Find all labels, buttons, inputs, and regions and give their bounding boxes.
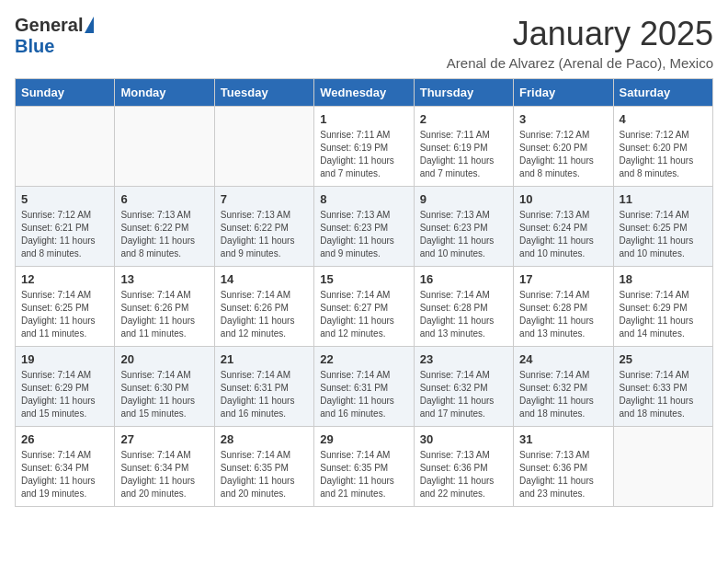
table-row: 13Sunrise: 7:14 AM Sunset: 6:26 PM Dayli… bbox=[115, 267, 214, 347]
table-row: 29Sunrise: 7:14 AM Sunset: 6:35 PM Dayli… bbox=[314, 427, 414, 507]
table-row bbox=[16, 107, 115, 187]
calendar-week-row: 5Sunrise: 7:12 AM Sunset: 6:21 PM Daylig… bbox=[16, 187, 713, 267]
table-row: 27Sunrise: 7:14 AM Sunset: 6:34 PM Dayli… bbox=[115, 427, 214, 507]
logo-blue-text: Blue bbox=[15, 36, 54, 57]
table-row: 5Sunrise: 7:12 AM Sunset: 6:21 PM Daylig… bbox=[16, 187, 115, 267]
page-header: General Blue January 2025 Arenal de Alva… bbox=[15, 15, 713, 71]
table-row: 28Sunrise: 7:14 AM Sunset: 6:35 PM Dayli… bbox=[214, 427, 313, 507]
day-number: 11 bbox=[620, 192, 707, 206]
table-row: 20Sunrise: 7:14 AM Sunset: 6:30 PM Dayli… bbox=[115, 347, 214, 427]
day-number: 12 bbox=[21, 272, 108, 286]
day-number: 30 bbox=[420, 432, 507, 446]
day-detail: Sunrise: 7:14 AM Sunset: 6:29 PM Dayligh… bbox=[620, 289, 707, 340]
table-row: 1Sunrise: 7:11 AM Sunset: 6:19 PM Daylig… bbox=[314, 107, 414, 187]
table-row: 23Sunrise: 7:14 AM Sunset: 6:32 PM Dayli… bbox=[414, 347, 513, 427]
day-number: 6 bbox=[120, 192, 208, 206]
location-title: Arenal de Alvarez (Arenal de Paco), Mexi… bbox=[447, 55, 713, 71]
day-number: 1 bbox=[320, 112, 407, 126]
table-row bbox=[613, 427, 712, 507]
day-detail: Sunrise: 7:14 AM Sunset: 6:25 PM Dayligh… bbox=[21, 289, 108, 340]
col-friday: Friday bbox=[514, 79, 613, 107]
table-row: 6Sunrise: 7:13 AM Sunset: 6:22 PM Daylig… bbox=[115, 187, 214, 267]
day-detail: Sunrise: 7:13 AM Sunset: 6:23 PM Dayligh… bbox=[420, 209, 507, 260]
col-monday: Monday bbox=[115, 79, 214, 107]
day-detail: Sunrise: 7:11 AM Sunset: 6:19 PM Dayligh… bbox=[320, 129, 407, 180]
table-row: 30Sunrise: 7:13 AM Sunset: 6:36 PM Dayli… bbox=[414, 427, 513, 507]
day-detail: Sunrise: 7:14 AM Sunset: 6:28 PM Dayligh… bbox=[519, 289, 607, 340]
day-number: 22 bbox=[320, 352, 407, 366]
day-detail: Sunrise: 7:14 AM Sunset: 6:29 PM Dayligh… bbox=[21, 369, 108, 420]
day-number: 5 bbox=[21, 192, 108, 206]
table-row: 4Sunrise: 7:12 AM Sunset: 6:20 PM Daylig… bbox=[613, 107, 712, 187]
day-detail: Sunrise: 7:13 AM Sunset: 6:22 PM Dayligh… bbox=[221, 209, 308, 260]
day-number: 29 bbox=[320, 432, 407, 446]
col-saturday: Saturday bbox=[613, 79, 712, 107]
calendar-header-row: Sunday Monday Tuesday Wednesday Thursday… bbox=[16, 79, 713, 107]
day-number: 26 bbox=[21, 432, 108, 446]
table-row: 24Sunrise: 7:14 AM Sunset: 6:32 PM Dayli… bbox=[514, 347, 613, 427]
table-row: 21Sunrise: 7:14 AM Sunset: 6:31 PM Dayli… bbox=[214, 347, 313, 427]
day-number: 3 bbox=[519, 112, 607, 126]
day-number: 19 bbox=[21, 352, 108, 366]
day-detail: Sunrise: 7:14 AM Sunset: 6:33 PM Dayligh… bbox=[620, 369, 707, 420]
day-detail: Sunrise: 7:14 AM Sunset: 6:31 PM Dayligh… bbox=[320, 369, 407, 420]
table-row: 17Sunrise: 7:14 AM Sunset: 6:28 PM Dayli… bbox=[514, 267, 613, 347]
day-detail: Sunrise: 7:14 AM Sunset: 6:34 PM Dayligh… bbox=[21, 449, 108, 500]
day-number: 16 bbox=[420, 272, 507, 286]
day-number: 2 bbox=[420, 112, 507, 126]
day-number: 7 bbox=[221, 192, 308, 206]
table-row: 10Sunrise: 7:13 AM Sunset: 6:24 PM Dayli… bbox=[514, 187, 613, 267]
day-detail: Sunrise: 7:14 AM Sunset: 6:32 PM Dayligh… bbox=[519, 369, 607, 420]
day-number: 13 bbox=[120, 272, 208, 286]
calendar-table: Sunday Monday Tuesday Wednesday Thursday… bbox=[15, 78, 713, 507]
day-detail: Sunrise: 7:14 AM Sunset: 6:28 PM Dayligh… bbox=[420, 289, 507, 340]
logo-triangle-icon bbox=[85, 17, 94, 33]
day-detail: Sunrise: 7:13 AM Sunset: 6:24 PM Dayligh… bbox=[519, 209, 607, 260]
day-detail: Sunrise: 7:12 AM Sunset: 6:20 PM Dayligh… bbox=[519, 129, 607, 180]
day-number: 25 bbox=[620, 352, 707, 366]
day-number: 4 bbox=[620, 112, 707, 126]
table-row: 12Sunrise: 7:14 AM Sunset: 6:25 PM Dayli… bbox=[16, 267, 115, 347]
day-number: 9 bbox=[420, 192, 507, 206]
day-number: 17 bbox=[519, 272, 607, 286]
day-number: 15 bbox=[320, 272, 407, 286]
col-tuesday: Tuesday bbox=[214, 79, 313, 107]
table-row bbox=[115, 107, 214, 187]
day-number: 27 bbox=[120, 432, 208, 446]
day-number: 31 bbox=[519, 432, 607, 446]
day-detail: Sunrise: 7:14 AM Sunset: 6:32 PM Dayligh… bbox=[420, 369, 507, 420]
table-row: 31Sunrise: 7:13 AM Sunset: 6:36 PM Dayli… bbox=[514, 427, 613, 507]
calendar-week-row: 26Sunrise: 7:14 AM Sunset: 6:34 PM Dayli… bbox=[16, 427, 713, 507]
day-number: 24 bbox=[519, 352, 607, 366]
title-block: January 2025 Arenal de Alvarez (Arenal d… bbox=[447, 15, 713, 71]
table-row: 14Sunrise: 7:14 AM Sunset: 6:26 PM Dayli… bbox=[214, 267, 313, 347]
table-row: 3Sunrise: 7:12 AM Sunset: 6:20 PM Daylig… bbox=[514, 107, 613, 187]
table-row: 11Sunrise: 7:14 AM Sunset: 6:25 PM Dayli… bbox=[613, 187, 712, 267]
day-number: 23 bbox=[420, 352, 507, 366]
day-detail: Sunrise: 7:11 AM Sunset: 6:19 PM Dayligh… bbox=[420, 129, 507, 180]
table-row: 22Sunrise: 7:14 AM Sunset: 6:31 PM Dayli… bbox=[314, 347, 414, 427]
day-number: 14 bbox=[221, 272, 308, 286]
table-row: 2Sunrise: 7:11 AM Sunset: 6:19 PM Daylig… bbox=[414, 107, 513, 187]
day-number: 20 bbox=[120, 352, 208, 366]
calendar-week-row: 19Sunrise: 7:14 AM Sunset: 6:29 PM Dayli… bbox=[16, 347, 713, 427]
day-detail: Sunrise: 7:13 AM Sunset: 6:36 PM Dayligh… bbox=[420, 449, 507, 500]
calendar-week-row: 1Sunrise: 7:11 AM Sunset: 6:19 PM Daylig… bbox=[16, 107, 713, 187]
day-detail: Sunrise: 7:12 AM Sunset: 6:20 PM Dayligh… bbox=[620, 129, 707, 180]
day-detail: Sunrise: 7:13 AM Sunset: 6:36 PM Dayligh… bbox=[519, 449, 607, 500]
day-number: 10 bbox=[519, 192, 607, 206]
calendar-week-row: 12Sunrise: 7:14 AM Sunset: 6:25 PM Dayli… bbox=[16, 267, 713, 347]
day-detail: Sunrise: 7:14 AM Sunset: 6:30 PM Dayligh… bbox=[120, 369, 208, 420]
table-row: 26Sunrise: 7:14 AM Sunset: 6:34 PM Dayli… bbox=[16, 427, 115, 507]
day-number: 8 bbox=[320, 192, 407, 206]
logo: General Blue bbox=[15, 15, 94, 57]
day-detail: Sunrise: 7:14 AM Sunset: 6:35 PM Dayligh… bbox=[221, 449, 308, 500]
table-row: 7Sunrise: 7:13 AM Sunset: 6:22 PM Daylig… bbox=[214, 187, 313, 267]
day-detail: Sunrise: 7:14 AM Sunset: 6:25 PM Dayligh… bbox=[620, 209, 707, 260]
table-row: 16Sunrise: 7:14 AM Sunset: 6:28 PM Dayli… bbox=[414, 267, 513, 347]
day-detail: Sunrise: 7:13 AM Sunset: 6:22 PM Dayligh… bbox=[120, 209, 208, 260]
day-detail: Sunrise: 7:14 AM Sunset: 6:26 PM Dayligh… bbox=[221, 289, 308, 340]
day-detail: Sunrise: 7:14 AM Sunset: 6:27 PM Dayligh… bbox=[320, 289, 407, 340]
table-row: 25Sunrise: 7:14 AM Sunset: 6:33 PM Dayli… bbox=[613, 347, 712, 427]
table-row: 9Sunrise: 7:13 AM Sunset: 6:23 PM Daylig… bbox=[414, 187, 513, 267]
